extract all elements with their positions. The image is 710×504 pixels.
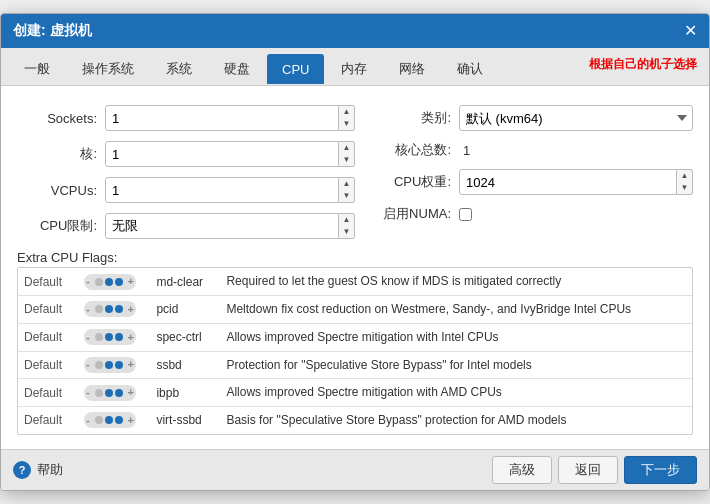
- flags-container: Extra CPU Flags: Default -: [17, 250, 693, 435]
- flag-name-5: virt-ssbd: [150, 407, 220, 434]
- cpu-weight-spinner[interactable]: ▲ ▼: [677, 169, 693, 195]
- cores-down[interactable]: ▼: [339, 154, 354, 166]
- vcpus-input-wrap: ▲ ▼: [105, 177, 355, 203]
- flag-default-2: Default: [18, 323, 78, 351]
- tab-os[interactable]: 操作系统: [67, 52, 149, 85]
- cpu-limit-spinner[interactable]: ▲ ▼: [339, 213, 355, 239]
- flag-toggle-4[interactable]: - +: [78, 379, 150, 407]
- flag-row-3: Default - +: [18, 351, 692, 379]
- flag-name-1: pcid: [150, 295, 220, 323]
- type-select-wrap: 默认 (kvm64): [459, 105, 693, 131]
- flag-row-1: Default - +: [18, 295, 692, 323]
- tab-system[interactable]: 系统: [151, 52, 207, 85]
- type-label: 类别:: [371, 109, 451, 127]
- sockets-spinner[interactable]: ▲ ▼: [339, 105, 355, 131]
- sockets-input-wrap: ▲ ▼: [105, 105, 355, 131]
- right-column: 类别: 默认 (kvm64) 核心总数: 1 CPU权重:: [355, 100, 693, 244]
- flag-toggle-1[interactable]: - +: [78, 295, 150, 323]
- cpu-limit-input-wrap: ▲ ▼: [105, 213, 355, 239]
- sockets-up[interactable]: ▲: [339, 106, 354, 118]
- cpu-limit-up[interactable]: ▲: [339, 214, 354, 226]
- create-vm-dialog: 创建: 虚拟机 ✕ 一般 操作系统 系统 硬盘 CPU 内存 网络 确认 根据自…: [0, 13, 710, 491]
- cores-row: 核: ▲ ▼: [17, 136, 355, 172]
- cpu-weight-input-wrap: ▲ ▼: [459, 169, 693, 195]
- cores-up[interactable]: ▲: [339, 142, 354, 154]
- tab-general[interactable]: 一般: [9, 52, 65, 85]
- core-count-row: 核心总数: 1: [371, 136, 693, 164]
- vcpus-input[interactable]: [105, 177, 339, 203]
- numa-checkbox[interactable]: [459, 208, 472, 221]
- help-label: 帮助: [37, 461, 63, 479]
- cpu-weight-input[interactable]: [459, 169, 677, 195]
- flags-table-container: Default - +: [17, 267, 693, 435]
- tab-bar: 一般 操作系统 系统 硬盘 CPU 内存 网络 确认: [1, 48, 709, 86]
- cores-label: 核:: [17, 145, 97, 163]
- dialog-body: Sockets: ▲ ▼ 核: ▲: [1, 86, 709, 449]
- dialog-footer: ? 帮助 高级 返回 下一步: [1, 449, 709, 490]
- vcpus-spinner[interactable]: ▲ ▼: [339, 177, 355, 203]
- dialog-title: 创建: 虚拟机: [13, 22, 92, 40]
- flag-desc-2: Allows improved Spectre mitigation with …: [220, 323, 692, 351]
- flag-name-0: md-clear: [150, 268, 220, 295]
- help-icon: ?: [13, 461, 31, 479]
- cpu-limit-label: CPU限制:: [17, 217, 97, 235]
- cpu-limit-input[interactable]: [105, 213, 339, 239]
- flag-row-4: Default - +: [18, 379, 692, 407]
- vcpus-up[interactable]: ▲: [339, 178, 354, 190]
- tab-network[interactable]: 网络: [384, 52, 440, 85]
- advanced-button[interactable]: 高级: [492, 456, 552, 484]
- type-select[interactable]: 默认 (kvm64): [459, 105, 693, 131]
- sockets-label: Sockets:: [17, 111, 97, 126]
- flags-section-label: Extra CPU Flags:: [17, 250, 693, 265]
- flag-toggle-0[interactable]: - +: [78, 268, 150, 295]
- vcpus-down[interactable]: ▼: [339, 190, 354, 202]
- flag-desc-5: Basis for "Speculative Store Bypass" pro…: [220, 407, 692, 434]
- footer-buttons: 高级 返回 下一步: [492, 456, 697, 484]
- flag-row-2: Default - +: [18, 323, 692, 351]
- flag-default-1: Default: [18, 295, 78, 323]
- flag-desc-0: Required to let the guest OS know if MDS…: [220, 268, 692, 295]
- type-row: 类别: 默认 (kvm64): [371, 100, 693, 136]
- form-grid: Sockets: ▲ ▼ 核: ▲: [17, 100, 693, 244]
- flag-toggle-2[interactable]: - +: [78, 323, 150, 351]
- tab-disk[interactable]: 硬盘: [209, 52, 265, 85]
- cpu-weight-down[interactable]: ▼: [677, 182, 692, 194]
- flag-name-2: spec-ctrl: [150, 323, 220, 351]
- vcpus-row: VCPUs: ▲ ▼: [17, 172, 355, 208]
- help-section[interactable]: ? 帮助: [13, 461, 63, 479]
- flag-name-3: ssbd: [150, 351, 220, 379]
- back-button[interactable]: 返回: [558, 456, 618, 484]
- vcpus-label: VCPUs:: [17, 183, 97, 198]
- sockets-down[interactable]: ▼: [339, 118, 354, 130]
- left-column: Sockets: ▲ ▼ 核: ▲: [17, 100, 355, 244]
- flag-default-0: Default: [18, 268, 78, 295]
- flag-toggle-3[interactable]: - +: [78, 351, 150, 379]
- cpu-limit-down[interactable]: ▼: [339, 226, 354, 238]
- flag-desc-1: Meltdown fix cost reduction on Westmere,…: [220, 295, 692, 323]
- flag-desc-3: Protection for "Speculative Store Bypass…: [220, 351, 692, 379]
- next-button[interactable]: 下一步: [624, 456, 697, 484]
- sockets-row: Sockets: ▲ ▼: [17, 100, 355, 136]
- cores-input-wrap: ▲ ▼: [105, 141, 355, 167]
- flag-name-4: ibpb: [150, 379, 220, 407]
- cores-spinner[interactable]: ▲ ▼: [339, 141, 355, 167]
- numa-checkbox-wrap: [459, 208, 472, 221]
- flag-default-4: Default: [18, 379, 78, 407]
- cpu-weight-row: CPU权重: ▲ ▼: [371, 164, 693, 200]
- core-count-label: 核心总数:: [371, 141, 451, 159]
- tab-cpu[interactable]: CPU: [267, 54, 324, 84]
- flag-desc-4: Allows improved Spectre mitigation with …: [220, 379, 692, 407]
- flag-toggle-5[interactable]: - +: [78, 407, 150, 434]
- cores-input[interactable]: [105, 141, 339, 167]
- close-button[interactable]: ✕: [684, 23, 697, 39]
- flags-scroll[interactable]: Default - +: [18, 268, 692, 434]
- sockets-input[interactable]: [105, 105, 339, 131]
- flags-table: Default - +: [18, 268, 692, 434]
- cpu-limit-row: CPU限制: ▲ ▼: [17, 208, 355, 244]
- tab-memory[interactable]: 内存: [326, 52, 382, 85]
- flag-default-5: Default: [18, 407, 78, 434]
- flag-row-5: Default - +: [18, 407, 692, 434]
- tab-confirm[interactable]: 确认: [442, 52, 498, 85]
- dialog-header: 创建: 虚拟机 ✕: [1, 14, 709, 48]
- cpu-weight-up[interactable]: ▲: [677, 170, 692, 182]
